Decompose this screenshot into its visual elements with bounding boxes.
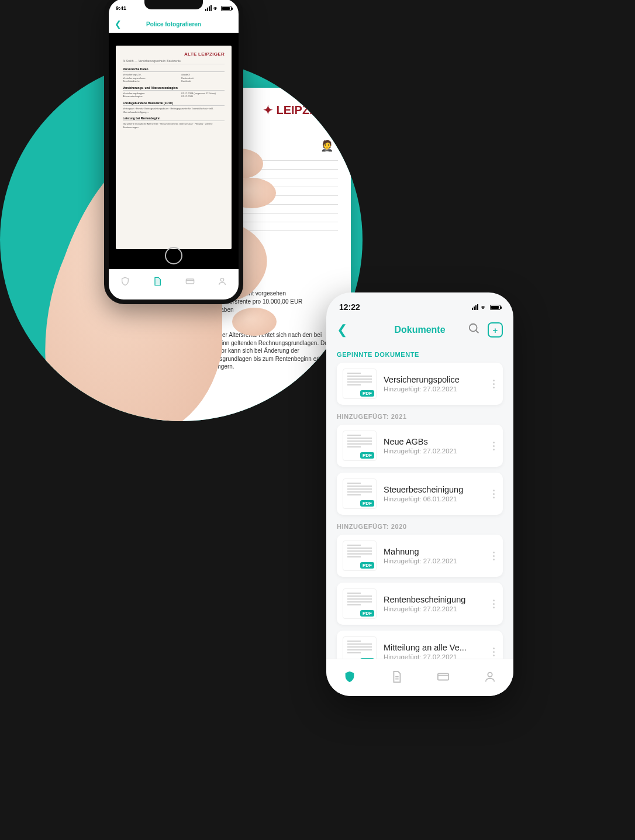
wifi-icon: ᯤ [481, 304, 487, 311]
document-more-button[interactable] [491, 600, 497, 608]
doc-value: Kontleski [181, 80, 225, 83]
tab-shield[interactable] [120, 277, 130, 288]
tab-profile[interactable] [484, 670, 496, 686]
doc-value: 01.12.2045 [181, 95, 225, 98]
doc-title-line: Al.Smith — Versicherungsschein: Basisren… [123, 59, 225, 64]
pdf-badge-icon: PDF [360, 500, 374, 507]
doc-section: Persönliche Daten [123, 67, 225, 72]
document-title: Rentenbescheinigung [384, 595, 484, 604]
document-more-button[interactable] [491, 552, 497, 560]
section-header-pinned: GEPINNTE DOKUMENTE [337, 351, 503, 358]
document-title: Mahnung [384, 547, 484, 556]
svg-line-7 [476, 331, 479, 333]
search-button[interactable] [468, 322, 481, 338]
document-meta: Hinzugefügt: 06.01.2021 [384, 495, 484, 502]
back-button[interactable]: ❮ [115, 19, 122, 29]
svg-rect-3 [186, 279, 194, 284]
camera-shutter-button[interactable] [165, 247, 182, 264]
scanned-document-preview: ALTE LEIPZIGER Al.Smith — Versicherungss… [116, 46, 232, 249]
doc-company-logo: ALTE LEIPZIGER [184, 51, 225, 57]
document-meta: Hinzugefügt: 27.02.2021 [384, 385, 484, 393]
section-header-2020: HINZUGEFÜGT: 2020 [337, 523, 503, 530]
nav-bar: ❮ Dokumente + [326, 317, 513, 343]
doc-section: Fondsgebundene Basisrente (FR70) [123, 101, 225, 106]
nav-bar: ❮ Police fotografieren [109, 15, 239, 33]
document-card[interactable]: PDFVersicherungspoliceHinzugefügt: 27.02… [337, 363, 503, 405]
document-thumbnail: PDF [343, 478, 377, 509]
signal-icon [205, 5, 212, 11]
document-title: Mitteilung an alle Ve... [384, 643, 484, 652]
document-mascot-icon: 🤵 [320, 139, 333, 152]
document-card[interactable]: PDFRentenbescheinigungHinzugefügt: 27.02… [337, 583, 503, 625]
document-thumbnail: PDF [343, 541, 377, 571]
tab-bar [326, 659, 513, 696]
signal-icon [472, 304, 478, 310]
paper-text-line: 20,01 EUR [193, 323, 338, 331]
document-more-button[interactable] [491, 648, 497, 656]
back-button[interactable]: ❮ [337, 322, 347, 338]
doc-field: Berufständische [123, 80, 175, 83]
status-time: 9:41 [116, 5, 126, 11]
documents-list[interactable]: GEPINNTE DOKUMENTE PDFVersicherungspolic… [326, 351, 513, 673]
tab-shield[interactable] [343, 670, 356, 686]
phone-notch [144, 0, 203, 9]
document-meta: Hinzugefügt: 27.02.2021 [384, 557, 484, 564]
add-document-button[interactable]: + [488, 322, 503, 338]
document-meta: Hinzugefügt: 27.02.2021 [384, 447, 484, 455]
pdf-badge-icon: PDF [360, 562, 374, 569]
phone-scan-screen: 9:41 ᯤ ❮ Police fotografieren ALTE LEIPZ… [104, 0, 243, 304]
battery-icon [490, 305, 501, 310]
status-bar: 12:22 ᯤ [326, 292, 513, 317]
document-thumbnail: PDF [343, 431, 377, 461]
tab-bar [109, 269, 239, 296]
document-thumbnail: PDF [343, 369, 377, 399]
doc-paragraph: Garantierte monatliche Altersrente · Ges… [123, 122, 225, 129]
svg-point-5 [221, 278, 224, 281]
page-title: Police fotografieren [109, 21, 239, 27]
tab-card[interactable] [437, 670, 450, 686]
doc-paragraph: Vertragsart · Fonds · Beitragszahlungsda… [123, 107, 225, 113]
svg-point-6 [470, 324, 477, 332]
document-title: Versicherungspolice [384, 375, 484, 384]
wifi-icon: ᯤ [213, 5, 219, 12]
document-thumbnail: PDF [343, 588, 377, 619]
status-time: 12:22 [339, 302, 360, 312]
svg-point-12 [488, 672, 492, 676]
battery-icon [221, 6, 232, 11]
pdf-badge-icon: PDF [360, 390, 374, 397]
tab-document[interactable] [153, 277, 162, 288]
tab-profile[interactable] [218, 277, 227, 288]
section-header-2021: HINZUGEFÜGT: 2021 [337, 413, 503, 420]
tab-document[interactable] [390, 670, 403, 686]
document-card[interactable]: PDFSteuerbescheinigungHinzugefügt: 06.01… [337, 473, 503, 515]
document-card[interactable]: PDFMahnungHinzugefügt: 27.02.2021 [337, 535, 503, 577]
doc-section: Versicherungs- und Altersrentenbeginn [123, 86, 225, 91]
document-more-button[interactable] [491, 490, 497, 498]
pdf-badge-icon: PDF [360, 610, 374, 617]
svg-rect-10 [438, 673, 448, 680]
paper-text-line: 20,81 EUR [193, 314, 338, 322]
doc-field: Altersrentenbeginn [123, 95, 175, 98]
paper-text-line: Die Höhe der Altersrente richtet sich na… [193, 331, 338, 371]
doc-section: Leistung bei Rentenbeginn [123, 116, 225, 121]
pdf-badge-icon: PDF [360, 452, 374, 459]
camera-viewfinder: ALTE LEIPZIGER Al.Smith — Versicherungss… [109, 33, 239, 269]
tab-card[interactable] [185, 277, 195, 288]
document-title: Steuerbescheinigung [384, 485, 484, 494]
document-card[interactable]: PDFNeue AGBsHinzugefügt: 27.02.2021 [337, 425, 503, 467]
document-meta: Hinzugefügt: 27.02.2021 [384, 605, 484, 612]
document-more-button[interactable] [491, 442, 497, 450]
phone-documents-screen: 12:22 ᯤ ❮ Dokumente + GEPINNTE DOKUMENTE… [326, 292, 513, 696]
document-title: Neue AGBs [384, 437, 484, 446]
document-more-button[interactable] [491, 380, 497, 388]
